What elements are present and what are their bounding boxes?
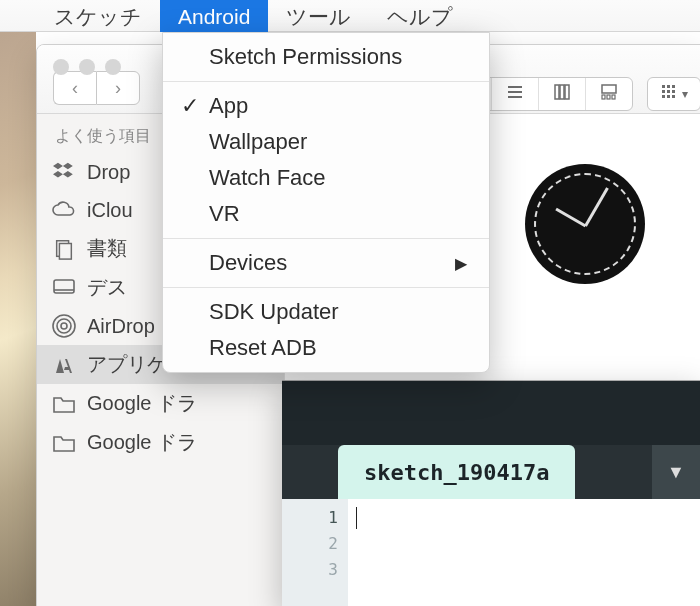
menu-help[interactable]: ヘルプ xyxy=(369,0,471,32)
nav-back-button[interactable]: ‹ xyxy=(53,71,96,105)
applications-icon xyxy=(51,352,77,378)
menu-separator xyxy=(163,287,489,288)
menu-separator xyxy=(163,238,489,239)
menu-sketch[interactable]: スケッチ xyxy=(36,0,160,32)
sidebar-item-label: AirDrop xyxy=(87,315,155,338)
mac-menubar: スケッチ Android ツール ヘルプ xyxy=(0,0,700,32)
submenu-arrow-icon: ▶ xyxy=(455,254,467,273)
group-by-switcher[interactable]: ▾ xyxy=(647,77,700,111)
svg-rect-18 xyxy=(667,90,670,93)
menu-item-devices[interactable]: Devices ▶ xyxy=(163,245,489,281)
svg-rect-17 xyxy=(667,85,670,88)
svg-rect-13 xyxy=(612,95,615,99)
menu-item-reset-adb[interactable]: Reset ADB xyxy=(163,330,489,366)
traffic-zoom-icon[interactable] xyxy=(105,59,121,75)
menu-item-vr[interactable]: VR xyxy=(163,196,489,232)
menu-item-app[interactable]: App xyxy=(163,88,489,124)
svg-point-27 xyxy=(61,323,67,329)
editor-gutter: 1 2 3 xyxy=(282,499,348,606)
desktop-wallpaper xyxy=(0,0,36,606)
svg-rect-24 xyxy=(59,243,71,259)
menu-tools[interactable]: ツール xyxy=(268,0,369,32)
svg-rect-12 xyxy=(607,95,610,99)
svg-rect-20 xyxy=(672,85,675,88)
icloud-icon xyxy=(51,197,77,223)
svg-rect-11 xyxy=(602,95,605,99)
sidebar-item-google-drive-1[interactable]: Google ドラ xyxy=(37,384,284,423)
svg-rect-22 xyxy=(672,95,675,98)
traffic-min-icon[interactable] xyxy=(79,59,95,75)
gutter-line-number: 1 xyxy=(282,505,338,531)
documents-icon xyxy=(51,236,77,262)
triangle-down-icon: ▼ xyxy=(667,462,685,483)
desktop-icon xyxy=(51,275,77,301)
processing-tab[interactable]: sketch_190417a xyxy=(338,445,575,499)
dropbox-icon xyxy=(51,159,77,185)
sidebar-item-label: Drop xyxy=(87,161,130,184)
processing-toolbar xyxy=(282,381,700,445)
nav-forward-button[interactable]: › xyxy=(96,71,140,105)
gutter-line-number: 2 xyxy=(282,531,338,557)
svg-rect-10 xyxy=(602,85,616,93)
view-column-button[interactable] xyxy=(539,78,586,110)
svg-rect-9 xyxy=(565,85,569,99)
chevron-down-icon: ▾ xyxy=(682,87,688,101)
gallery-icon xyxy=(600,83,618,106)
folder-icon xyxy=(51,391,77,417)
svg-rect-8 xyxy=(560,85,564,99)
processing-window: sketch_190417a ▼ 1 2 3 xyxy=(282,380,700,606)
svg-rect-14 xyxy=(662,85,665,88)
svg-rect-15 xyxy=(662,90,665,93)
menu-item-watch-face[interactable]: Watch Face xyxy=(163,160,489,196)
android-menu-dropdown: Sketch Permissions App Wallpaper Watch F… xyxy=(162,32,490,373)
sidebar-item-label: デス xyxy=(87,274,127,301)
code-editor[interactable] xyxy=(348,499,700,606)
sidebar-item-google-drive-2[interactable]: Google ドラ xyxy=(37,423,284,462)
text-cursor xyxy=(356,507,357,529)
svg-rect-16 xyxy=(662,95,665,98)
chevron-right-icon: › xyxy=(115,78,121,99)
svg-rect-7 xyxy=(555,85,559,99)
chevron-left-icon: ‹ xyxy=(72,78,78,99)
sidebar-item-label: 書類 xyxy=(87,235,127,262)
group-by-button[interactable]: ▾ xyxy=(648,78,700,110)
sidebar-item-label: Google ドラ xyxy=(87,429,197,456)
gutter-line-number: 3 xyxy=(282,557,338,583)
menu-android[interactable]: Android xyxy=(160,0,268,32)
folder-icon xyxy=(51,430,77,456)
app-item-2[interactable] xyxy=(515,154,655,294)
view-gallery-button[interactable] xyxy=(586,78,632,110)
svg-rect-25 xyxy=(54,280,74,293)
processing-mode-menu-button[interactable]: ▼ xyxy=(652,445,700,499)
airdrop-icon xyxy=(51,313,77,339)
menu-separator xyxy=(163,81,489,82)
view-list-button[interactable] xyxy=(492,78,539,110)
group-icon xyxy=(660,83,680,106)
columns-icon xyxy=(553,83,571,106)
sidebar-item-label: Google ドラ xyxy=(87,390,197,417)
list-icon xyxy=(506,83,524,106)
app-icon-clock xyxy=(525,164,645,284)
menu-item-label: Devices xyxy=(209,250,287,275)
menu-item-sdk-updater[interactable]: SDK Updater xyxy=(163,294,489,330)
svg-point-28 xyxy=(57,319,71,333)
sidebar-item-label: iClou xyxy=(87,199,133,222)
menu-item-sketch-permissions[interactable]: Sketch Permissions xyxy=(163,39,489,75)
menu-item-wallpaper[interactable]: Wallpaper xyxy=(163,124,489,160)
traffic-lights[interactable] xyxy=(53,59,121,75)
processing-tabbar: sketch_190417a ▼ xyxy=(282,445,700,499)
svg-rect-21 xyxy=(672,90,675,93)
svg-rect-19 xyxy=(667,95,670,98)
traffic-close-icon[interactable] xyxy=(53,59,69,75)
